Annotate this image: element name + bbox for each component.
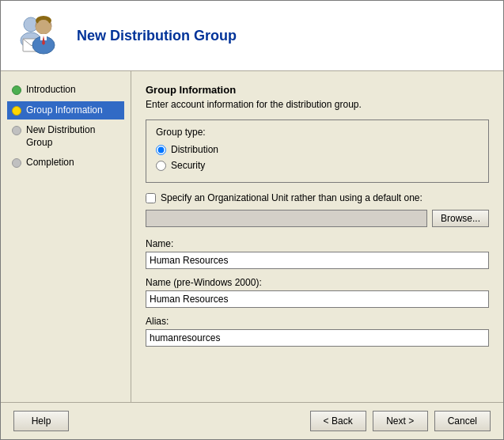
browse-button[interactable]: Browse... [432,210,489,227]
radio-distribution[interactable] [156,145,166,155]
sidebar-item-completion[interactable]: Completion [7,154,124,173]
name-pre2000-label: Name (pre-Windows 2000): [146,277,489,288]
dot-new-distribution-group [12,126,21,135]
alias-field-group: Alias: [146,316,489,347]
group-type-label: Group type: [156,127,479,138]
alias-label: Alias: [146,316,489,327]
radio-security-row: Security [156,160,479,171]
ou-checkbox-label: Specify an Organizational Unit rather th… [161,192,423,203]
dot-introduction [12,85,21,95]
name-label: Name: [146,238,489,249]
ou-row: Browse... [146,210,489,227]
ou-checkbox[interactable] [146,193,156,203]
sidebar: Introduction Group Information New Distr… [1,71,131,402]
sidebar-item-group-information[interactable]: Group Information [7,101,124,120]
dialog-footer: Help < Back Next > Cancel [1,402,503,439]
main-content: Group Information Enter account informat… [131,71,503,402]
name-pre2000-input[interactable] [146,290,489,308]
radio-distribution-row: Distribution [156,144,479,155]
cancel-button[interactable]: Cancel [434,411,491,431]
help-button[interactable]: Help [13,411,69,431]
section-title: Group Information [146,84,489,96]
dialog-window: New Distribution Group Introduction Grou… [0,0,504,440]
dot-completion [12,158,21,168]
radio-security[interactable] [156,161,166,171]
dialog-header: New Distribution Group [1,1,503,71]
name-input[interactable] [146,252,489,269]
footer-right: < Back Next > Cancel [310,411,491,431]
alias-input[interactable] [146,329,489,347]
header-icon [13,10,64,61]
svg-point-6 [36,21,51,34]
ou-input[interactable] [146,210,427,227]
back-button[interactable]: < Back [310,411,366,431]
header-title: New Distribution Group [77,28,237,44]
sidebar-item-introduction[interactable]: Introduction [7,81,124,100]
ou-checkbox-row: Specify an Organizational Unit rather th… [146,192,489,203]
name-field-group: Name: [146,238,489,269]
section-desc: Enter account information for the distri… [146,99,489,110]
radio-distribution-label: Distribution [171,144,218,155]
dialog-body: Introduction Group Information New Distr… [1,71,503,402]
dot-group-information [12,106,21,116]
radio-security-label: Security [171,160,205,171]
name-pre2000-field-group: Name (pre-Windows 2000): [146,277,489,308]
group-type-box: Group type: Distribution Security [146,119,489,183]
next-button[interactable]: Next > [373,411,428,431]
sidebar-item-new-distribution-group[interactable]: New Distribution Group [7,121,124,152]
